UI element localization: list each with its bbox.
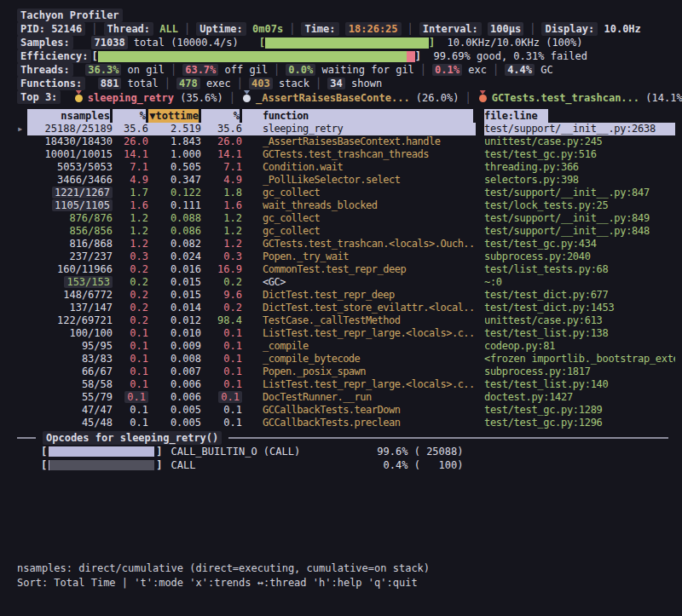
cell-p2: 0.1 <box>201 378 242 391</box>
table-row[interactable]: 876/8761.20.0881.2gc_collecttest/support… <box>17 212 675 225</box>
header-percent-1[interactable]: % <box>113 109 148 123</box>
opcode-count: ( 25088) <box>407 445 463 458</box>
cell-p1: 0.1 <box>113 417 148 429</box>
header-function[interactable]: function <box>242 109 476 123</box>
cell-p2: 14.1 <box>201 148 242 161</box>
cell-fn: _AssertRaisesBaseContext.handle <box>242 135 476 148</box>
table-row[interactable]: 153/1530.20.0150.2<GC>~:0 <box>17 276 675 289</box>
efficiency-label: Efficiency: <box>17 49 91 63</box>
cell-p1: 1.6 <box>113 199 148 212</box>
table-row[interactable]: 148/67720.20.0159.6DictTest.test_repr_de… <box>17 289 675 302</box>
top3-items: sleeping_retry (35.6%)│_AssertRaisesBase… <box>73 89 682 105</box>
cell-p2: 0.1 <box>201 366 242 378</box>
table-row[interactable]: 55/790.10.0060.1DocTestRunner.__rundocte… <box>17 391 675 404</box>
table-body: ▸25188/2518935.62.51935.6sleeping_retryt… <box>17 123 675 429</box>
table-row[interactable]: 58/580.10.0060.1ListTest.test_repr_large… <box>17 378 675 391</box>
cell-fn: Condition.wait <box>242 161 476 174</box>
cell-fn: ListTest.test_repr_large.<locals>.c... <box>242 378 476 391</box>
table-row[interactable]: 10001/1001514.11.00014.1GCTests.test_tra… <box>17 148 675 161</box>
row-pointer-empty <box>17 366 27 378</box>
thread-stat-text: waiting for gil <box>315 64 414 76</box>
table-row[interactable]: 45/480.10.0050.1GCCallbackTests.preclean… <box>17 417 675 429</box>
cell-ns: 876/876 <box>27 212 113 225</box>
cell-p1: 0.1 <box>113 353 148 366</box>
top3-function-name[interactable]: GCTests.test_trashcan... <box>492 92 646 104</box>
cell-p1: 0.1 <box>113 340 148 353</box>
cell-p2: 4.9 <box>201 174 242 187</box>
thread-value[interactable]: ALL <box>159 22 178 36</box>
row-pointer-empty <box>17 302 27 314</box>
opcode-count: ( 100) <box>407 458 463 472</box>
cell-ns: 100/100 <box>27 327 113 340</box>
table-row[interactable]: 1105/11051.60.1111.6wait_threads_blocked… <box>17 199 675 212</box>
thread-stat-text: off gil <box>218 64 268 76</box>
table-row[interactable]: 18430/1843026.01.84326.0_AssertRaisesBas… <box>17 135 675 148</box>
header-nsamples[interactable]: nsamples <box>27 109 113 123</box>
cell-file: unittest/case.py:613 <box>484 314 675 327</box>
efficiency-bar <box>98 51 415 62</box>
row-pointer-empty <box>17 340 27 353</box>
table-row[interactable]: 5053/50537.10.5057.1Condition.waitthread… <box>17 161 675 174</box>
table-row[interactable]: 100/1000.10.0100.1ListTest.test_repr_lar… <box>17 327 675 340</box>
table-row[interactable]: 160/119660.20.01616.9CommonTest.test_rep… <box>17 263 675 276</box>
function-stat-value: 34 <box>327 78 344 89</box>
cell-tot: 0.006 <box>148 391 201 404</box>
cell-fn: _PollLikeSelector.select <box>242 174 476 187</box>
top3-label: Top 3: <box>17 90 61 104</box>
cell-ns: 58/58 <box>27 378 113 391</box>
cell-p2: 0.1 <box>201 353 242 366</box>
function-stat-text: total <box>121 78 158 89</box>
cell-fn: gc_collect <box>242 225 476 238</box>
cell-file: test/test_dict.py:1453 <box>484 302 675 314</box>
profiler-app: Tachyon Profiler PID: 52146│Thread: ALL│… <box>0 0 682 590</box>
display-label: Display: <box>541 22 598 36</box>
cell-fn: _compile_bytecode <box>242 353 476 366</box>
thread-stat-value: 63.7% <box>182 64 218 76</box>
app-title: Tachyon Profiler <box>17 9 123 22</box>
opcode-bar <box>49 460 154 470</box>
cell-ns: 55/79 <box>27 391 113 404</box>
header-file-line[interactable]: file:line <box>484 109 551 123</box>
top3-function-name[interactable]: sleeping_retry <box>88 92 180 104</box>
table-row[interactable]: 95/950.10.0090.1_compilecodeop.py:81 <box>17 340 675 353</box>
function-stat-text: shown <box>345 78 382 89</box>
opcode-percent: 99.6% <box>365 445 407 458</box>
uptime-label: Uptime: <box>196 22 246 36</box>
functions-items: 881 total│478 exec│403 stack│34 shown <box>98 77 382 90</box>
cell-ns: 18430/18430 <box>27 135 113 148</box>
medal-rank-2-icon <box>243 90 251 102</box>
table-row[interactable]: 83/830.10.0080.1_compile_bytecode<frozen… <box>17 353 675 366</box>
table-row[interactable]: 1221/12671.70.1221.8gc_collecttest/suppo… <box>17 187 675 199</box>
table-row[interactable]: ▸25188/2518935.62.51935.6sleeping_retryt… <box>17 123 675 135</box>
cell-p2: 0.2 <box>201 276 242 289</box>
cell-fn: GCCallbackTests.preclean <box>242 417 476 429</box>
table-row[interactable]: 137/1470.20.0140.2DictTest.test_store_ev… <box>17 302 675 314</box>
table-row[interactable]: 47/470.10.0050.1GCCallbackTests.tearDown… <box>17 404 675 417</box>
table-row[interactable]: 237/2370.30.0240.3Popen._try_waitsubproc… <box>17 250 675 263</box>
top3-function-name[interactable]: _AssertRaisesBaseConte... <box>256 92 416 104</box>
cell-p1: 26.0 <box>113 135 148 148</box>
cell-fn: GCCallbackTests.tearDown <box>242 404 476 417</box>
opcode-name: CALL <box>170 458 365 472</box>
table-row[interactable]: 856/8561.20.0861.2gc_collecttest/support… <box>17 225 675 238</box>
cell-p2: 7.1 <box>201 161 242 174</box>
function-stat-text: stack <box>273 78 309 89</box>
opcode-name: CALL_BUILTIN_O (CALL) <box>170 445 365 458</box>
row-pointer-empty <box>17 378 27 391</box>
table-row[interactable]: 3466/34664.90.3474.9_PollLikeSelector.se… <box>17 174 675 187</box>
footer: nsamples: direct/cumulative (direct=exec… <box>17 561 675 590</box>
top3-line: Top 3: sleeping_retry (35.6%)│_AssertRai… <box>17 90 675 104</box>
header-percent-2[interactable]: % <box>201 109 242 123</box>
header-tottime-sorted[interactable]: ▼tottime <box>148 109 201 123</box>
cell-file: codeop.py:81 <box>484 340 675 353</box>
table-row[interactable]: 66/670.10.0070.1Popen._posix_spawnsubpro… <box>17 366 675 378</box>
thread-stat-value: 0.0% <box>286 64 315 76</box>
table-row[interactable]: 122/697210.20.01298.4TestCase._callTestM… <box>17 314 675 327</box>
cell-p1: 0.1 <box>113 404 148 417</box>
functions-line: Functions: 881 total│478 exec│403 stack│… <box>17 77 675 90</box>
cell-ns: 856/856 <box>27 225 113 238</box>
cell-file: test/test_gc.py:1296 <box>484 417 675 429</box>
cell-tot: 1.843 <box>148 135 201 148</box>
table-row[interactable]: 816/8681.20.0821.2GCTests.test_trashcan.… <box>17 238 675 250</box>
cell-p1: 0.1 <box>113 327 148 340</box>
